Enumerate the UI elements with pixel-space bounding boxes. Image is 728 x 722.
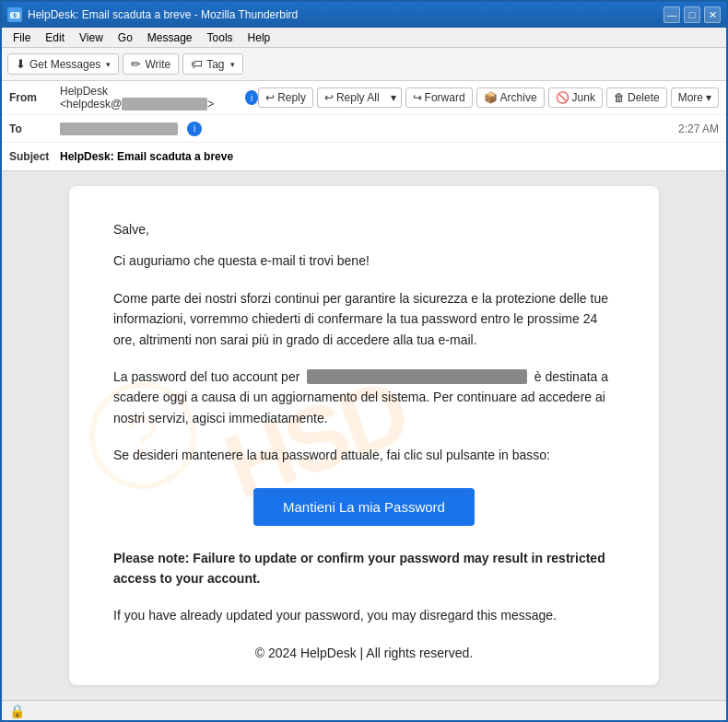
main-toolbar: ⬇ Get Messages ▾ ✏ Write 🏷 Tag ▾ — [2, 48, 726, 81]
minimize-button[interactable]: — — [663, 6, 680, 23]
delete-icon: 🗑 — [614, 91, 625, 104]
from-row: From HelpDesk <helpdesk@██████████> i ↩ … — [2, 81, 726, 115]
archive-button[interactable]: 📦 Archive — [476, 87, 545, 108]
button-container: Mantieni La mia Password — [113, 488, 615, 526]
email-timestamp: 2:27 AM — [678, 122, 719, 135]
reply-button[interactable]: ↩ Reply — [258, 87, 313, 108]
from-sender: HelpDesk <helpdesk@██████████> — [60, 85, 240, 111]
note-text: If you have already updated your passwor… — [113, 605, 615, 625]
download-icon: ⬇ — [16, 57, 26, 71]
to-address-blurred: ████████ — [60, 122, 178, 135]
email-line3-prefix: La password del tuo account per — [113, 369, 299, 384]
reply-all-icon: ↩ — [324, 91, 334, 104]
to-row: To ████████ i 2:27 AM — [2, 115, 726, 143]
junk-label: Junk — [572, 91, 595, 104]
more-label: More — [678, 91, 703, 104]
email-card: HSD ? Salve, Ci auguriamo che questa e-m… — [69, 186, 659, 685]
email-account-blurred: ████████████████ — [307, 369, 527, 384]
subject-label: Subject — [9, 150, 60, 163]
menu-help[interactable]: Help — [241, 29, 278, 46]
email-line2: Come parte dei nostri sforzi continui pe… — [113, 288, 615, 350]
title-bar-left: 📧 HelpDesk: Email scaduta a breve - Mozi… — [7, 7, 298, 22]
app-icon: 📧 — [7, 7, 22, 22]
window-controls: — □ ✕ — [663, 6, 721, 23]
get-messages-label: Get Messages — [29, 58, 100, 71]
email-greeting: Salve, — [113, 219, 615, 239]
reply-all-dropdown[interactable]: ▾ — [386, 87, 402, 108]
email-body-container: HSD ? Salve, Ci auguriamo che questa e-m… — [2, 171, 726, 700]
menu-go[interactable]: Go — [111, 29, 140, 46]
junk-icon: 🚫 — [556, 91, 569, 104]
footer-text: © 2024 HelpDesk | All rights reserved. — [113, 643, 615, 663]
email-actions: ↩ Reply ↩ Reply All ▾ ↪ Forward 📦 Archi — [258, 87, 719, 108]
reply-all-button[interactable]: ↩ Reply All — [317, 87, 386, 108]
reply-icon: ↩ — [265, 91, 275, 104]
to-label: To — [9, 122, 60, 135]
title-bar: 📧 HelpDesk: Email scaduta a breve - Mozi… — [2, 2, 726, 28]
to-verified-icon[interactable]: i — [187, 122, 202, 136]
to-value: ████████ i — [60, 122, 678, 136]
maintain-password-button[interactable]: Mantieni La mia Password — [253, 488, 475, 526]
forward-button[interactable]: ↪ Forward — [405, 87, 473, 108]
write-button[interactable]: ✏ Write — [123, 53, 179, 75]
warning-text: Please note: Failure to update or confir… — [113, 548, 615, 589]
tag-dropdown-icon[interactable]: ▾ — [230, 60, 235, 69]
email-line1: Ci auguriamo che questa e-mail ti trovi … — [113, 250, 615, 271]
from-value: HelpDesk <helpdesk@██████████> i — [60, 85, 258, 111]
tag-label: Tag — [206, 58, 224, 71]
get-messages-dropdown-icon[interactable]: ▾ — [106, 60, 111, 69]
email-line3: La password del tuo account per ████████… — [113, 367, 615, 428]
menu-view[interactable]: View — [72, 29, 111, 46]
email-line4: Se desideri mantenere la tua password at… — [113, 445, 615, 465]
status-bar: 🔒 — [2, 700, 726, 720]
delete-label: Delete — [628, 91, 660, 104]
menu-tools[interactable]: Tools — [200, 29, 241, 46]
reply-all-label: Reply All — [336, 91, 380, 104]
menu-file[interactable]: File — [6, 29, 38, 46]
from-label: From — [9, 91, 60, 104]
forward-label: Forward — [425, 91, 465, 104]
tag-icon: 🏷 — [191, 57, 203, 71]
main-window: 📧 HelpDesk: Email scaduta a breve - Mozi… — [0, 0, 728, 722]
subject-value: HelpDesk: Email scaduta a breve — [60, 150, 233, 163]
junk-button[interactable]: 🚫 Junk — [548, 87, 603, 108]
forward-icon: ↪ — [413, 91, 422, 104]
archive-label: Archive — [500, 91, 537, 104]
window-title: HelpDesk: Email scaduta a breve - Mozill… — [28, 8, 298, 21]
reply-label: Reply — [277, 91, 306, 104]
subject-row: Subject HelpDesk: Email scaduta a breve — [2, 143, 726, 170]
more-dropdown-icon: ▾ — [706, 91, 711, 104]
tag-button[interactable]: 🏷 Tag ▾ — [182, 53, 242, 75]
email-header: From HelpDesk <helpdesk@██████████> i ↩ … — [2, 81, 726, 171]
verified-icon[interactable]: i — [245, 90, 258, 105]
write-icon: ✏ — [131, 57, 141, 71]
delete-button[interactable]: 🗑 Delete — [606, 87, 667, 108]
status-icon: 🔒 — [9, 704, 25, 718]
close-button[interactable]: ✕ — [704, 6, 721, 23]
maximize-button[interactable]: □ — [684, 6, 700, 23]
write-label: Write — [145, 58, 170, 71]
menu-message[interactable]: Message — [140, 29, 200, 46]
menu-edit[interactable]: Edit — [38, 29, 72, 46]
reply-all-group: ↩ Reply All ▾ — [317, 87, 402, 108]
email-content: Salve, Ci auguriamo che questa e-mail ti… — [113, 219, 615, 663]
archive-icon: 📦 — [484, 91, 498, 104]
get-messages-button[interactable]: ⬇ Get Messages ▾ — [7, 53, 119, 75]
menu-bar: File Edit View Go Message Tools Help — [2, 28, 726, 48]
more-button[interactable]: More ▾ — [671, 87, 719, 108]
